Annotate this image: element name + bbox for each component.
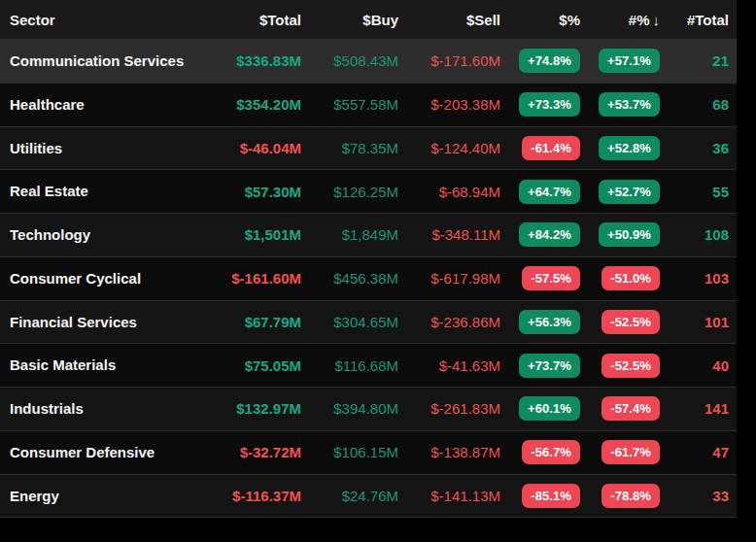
table-row[interactable]: Technology $1,501M $1,849M $-348.11M +84… (0, 213, 737, 256)
buy-value: $1,849M (301, 226, 398, 243)
sector-name: Energy (0, 475, 185, 518)
dollar-pct-badge: +60.1% (519, 396, 580, 421)
sector-name: Healthcare (0, 84, 185, 126)
count-total-value: 36 (660, 140, 737, 156)
total-value: $132.97M (194, 400, 301, 417)
dollar-pct-cell: +73.3% (500, 92, 580, 117)
table-row[interactable]: Healthcare $354.20M $557.58M $-203.38M +… (0, 83, 737, 126)
column-header-count-total[interactable]: #Total (660, 12, 737, 28)
column-header-dollar-total[interactable]: $Total (194, 12, 301, 28)
count-total-value: 141 (660, 400, 737, 417)
dollar-pct-badge: +84.2% (519, 222, 580, 247)
buy-value: $304.65M (301, 314, 398, 330)
count-pct-badge: +52.8% (599, 136, 660, 160)
buy-value: $78.35M (301, 140, 398, 156)
table-row[interactable]: Consumer Defensive $-32.72M $106.15M $-1… (0, 430, 737, 474)
count-pct-badge: +52.7% (599, 180, 660, 204)
dollar-pct-badge: -85.1% (522, 484, 580, 508)
buy-value: $106.15M (301, 444, 398, 460)
column-header-dollar-pct[interactable]: $% (500, 12, 580, 28)
table-row[interactable]: Consumer Cyclical $-161.60M $456.38M $-6… (0, 256, 737, 300)
dollar-pct-badge: +64.7% (519, 180, 580, 204)
total-value: $354.20M (194, 96, 301, 113)
sector-screener-table: Sector $Total $Buy $Sell $% #%↓ #Total C… (0, 0, 737, 518)
sell-value: $-41.63M (398, 357, 500, 374)
buy-value: $126.25M (301, 184, 398, 200)
sector-name: Technology (0, 214, 185, 256)
count-pct-cell: +52.7% (580, 180, 660, 204)
count-total-value: 108 (660, 226, 737, 243)
count-pct-cell: -57.4% (580, 396, 660, 421)
dollar-pct-cell: +56.3% (500, 310, 580, 334)
total-value: $-32.72M (194, 444, 301, 460)
buy-value: $456.38M (301, 270, 398, 287)
dollar-pct-badge: +73.3% (519, 92, 580, 117)
column-header-sector[interactable]: Sector (0, 12, 194, 28)
count-pct-cell: +50.9% (580, 222, 660, 247)
buy-value: $508.43M (301, 52, 398, 69)
buy-value: $116.68M (301, 357, 398, 374)
table-row[interactable]: Energy $-116.37M $24.76M $-141.13M -85.1… (0, 474, 737, 519)
total-value: $1,501M (194, 226, 301, 243)
table-row[interactable]: Industrials $132.97M $394.80M $-261.83M … (0, 387, 737, 430)
sell-value: $-348.11M (398, 226, 500, 243)
total-value: $336.83M (194, 52, 301, 69)
sort-descending-icon: ↓ (653, 12, 661, 28)
dollar-pct-cell: +84.2% (500, 222, 580, 247)
count-pct-badge: +57.1% (599, 49, 660, 73)
count-pct-cell: +57.1% (580, 49, 660, 73)
column-header-dollar-sell[interactable]: $Sell (398, 12, 500, 28)
sell-value: $-141.13M (398, 488, 500, 504)
table-row[interactable]: Utilities $-46.04M $78.35M $-124.40M -61… (0, 126, 737, 170)
table-body: Communication Services $336.83M $508.43M… (0, 39, 737, 518)
count-total-value: 68 (660, 96, 737, 113)
sector-name: Real Estate (0, 170, 185, 213)
total-value: $57.30M (194, 184, 301, 200)
dollar-pct-cell: +64.7% (500, 180, 580, 204)
count-total-value: 40 (660, 357, 737, 374)
dollar-pct-cell: +73.7% (500, 354, 580, 378)
sell-value: $-68.94M (398, 184, 500, 200)
count-pct-badge: -61.7% (601, 440, 660, 464)
count-pct-cell: -61.7% (580, 440, 660, 464)
dollar-pct-cell: -56.7% (500, 440, 580, 464)
buy-value: $394.80M (301, 400, 398, 417)
sell-value: $-236.86M (398, 314, 500, 330)
table-row[interactable]: Real Estate $57.30M $126.25M $-68.94M +6… (0, 169, 737, 213)
table-row[interactable]: Communication Services $336.83M $508.43M… (0, 39, 737, 83)
count-pct-cell: +53.7% (580, 92, 660, 117)
dollar-pct-cell: +74.8% (500, 49, 580, 73)
count-pct-cell: -52.5% (580, 310, 660, 334)
dollar-pct-cell: -61.4% (500, 136, 580, 160)
column-header-dollar-buy[interactable]: $Buy (301, 12, 398, 28)
dollar-pct-badge: -57.5% (522, 266, 580, 290)
sector-name: Financial Services (0, 301, 185, 344)
table-row[interactable]: Basic Materials $75.05M $116.68M $-41.63… (0, 343, 737, 387)
count-total-value: 55 (660, 184, 737, 200)
dollar-pct-badge: +74.8% (519, 49, 580, 73)
dollar-pct-badge: -61.4% (522, 136, 580, 160)
count-pct-cell: -78.8% (580, 484, 660, 508)
count-pct-cell: +52.8% (580, 136, 660, 160)
sector-name: Consumer Cyclical (0, 257, 185, 300)
total-value: $-46.04M (194, 140, 301, 156)
column-header-count-pct[interactable]: #%↓ (580, 12, 660, 28)
sector-name: Consumer Defensive (0, 431, 185, 474)
total-value: $-116.37M (194, 488, 301, 504)
dollar-pct-cell: -85.1% (500, 484, 580, 508)
buy-value: $557.58M (301, 96, 398, 113)
table-header-row: Sector $Total $Buy $Sell $% #%↓ #Total (0, 0, 737, 39)
total-value: $-161.60M (194, 270, 301, 287)
sector-name: Communication Services (0, 40, 185, 83)
count-pct-badge: -52.5% (601, 310, 660, 334)
dollar-pct-cell: -57.5% (500, 266, 580, 290)
count-pct-badge: -57.4% (601, 396, 660, 421)
count-pct-badge: -52.5% (601, 354, 660, 378)
table-row[interactable]: Financial Services $67.79M $304.65M $-23… (0, 300, 737, 344)
dollar-pct-badge: +73.7% (519, 354, 580, 378)
buy-value: $24.76M (301, 488, 398, 504)
dollar-pct-badge: -56.7% (522, 440, 580, 464)
count-pct-badge: -51.0% (601, 266, 660, 290)
dollar-pct-cell: +60.1% (500, 396, 580, 421)
count-pct-badge: +53.7% (599, 92, 660, 117)
